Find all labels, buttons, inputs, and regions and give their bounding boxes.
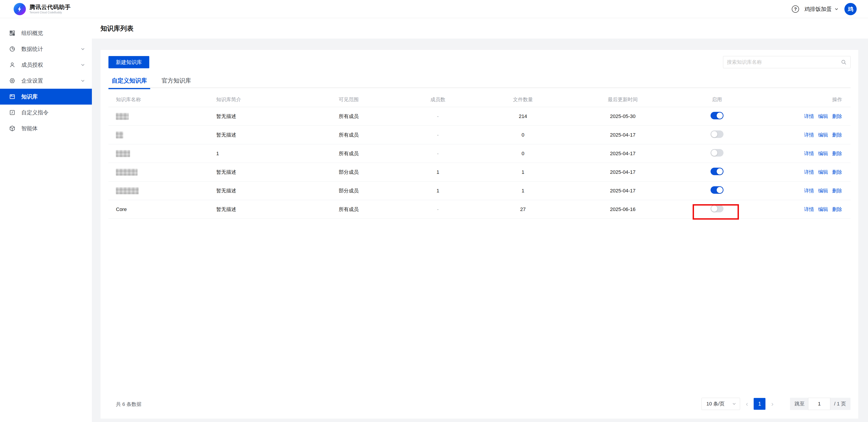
- tab-bar: 自定义知识库 官方知识库: [108, 77, 850, 88]
- kb-updated-cell: 2025-05-30: [590, 114, 656, 119]
- kb-name-cell: [108, 113, 209, 120]
- sidebar-item-org-overview[interactable]: 组织概览: [0, 25, 92, 41]
- kb-actions-cell: 详情编辑删除: [778, 150, 850, 157]
- kb-actions-cell: 详情编辑删除: [778, 187, 850, 194]
- chevron-down-icon: [80, 62, 86, 68]
- delete-link[interactable]: 删除: [832, 169, 842, 175]
- edit-link[interactable]: 编辑: [818, 169, 828, 175]
- detail-link[interactable]: 详情: [804, 114, 814, 119]
- enable-toggle[interactable]: [711, 149, 723, 156]
- new-knowledge-base-button[interactable]: 新建知识库: [108, 56, 149, 68]
- avatar[interactable]: 鸡: [844, 3, 857, 15]
- prev-page-button[interactable]: ‹: [740, 398, 754, 410]
- page-size-select[interactable]: 10 条/页: [702, 398, 740, 410]
- top-right-controls: ? 鸡排饭加蛋 鸡: [792, 0, 857, 18]
- sidebar-item-enterprise-settings[interactable]: 企业设置: [0, 73, 92, 89]
- kb-actions-cell: 详情编辑删除: [778, 113, 850, 120]
- delete-link[interactable]: 删除: [832, 114, 842, 119]
- search-box[interactable]: [723, 56, 850, 68]
- kb-members-cell: -: [420, 114, 456, 119]
- edit-link[interactable]: 编辑: [818, 207, 828, 212]
- column-header-enabled: 启用: [656, 96, 778, 103]
- edit-link[interactable]: 编辑: [818, 132, 828, 138]
- kb-files-cell: 214: [456, 114, 590, 119]
- delete-link[interactable]: 删除: [832, 132, 842, 138]
- lightning-bolt-icon: [16, 6, 23, 12]
- kb-name-cell: [108, 131, 209, 139]
- help-icon[interactable]: ?: [792, 5, 799, 13]
- sidebar-item-label: 自定义指令: [21, 109, 49, 116]
- enable-toggle[interactable]: [711, 168, 723, 175]
- tab-divider: [108, 88, 850, 88]
- settings-icon: [9, 78, 16, 84]
- user-icon: [9, 62, 16, 68]
- tab-custom-knowledge-base[interactable]: 自定义知识库: [108, 77, 150, 89]
- enable-toggle[interactable]: [711, 186, 723, 194]
- sidebar-item-custom-commands[interactable]: 自定义指令: [0, 104, 92, 120]
- delete-link[interactable]: 删除: [832, 207, 842, 212]
- chevron-down-icon: [80, 46, 86, 52]
- edit-link[interactable]: 编辑: [818, 114, 828, 119]
- user-menu[interactable]: 鸡排饭加蛋: [804, 5, 839, 13]
- delete-link[interactable]: 删除: [832, 188, 842, 193]
- sidebar-item-member-auth[interactable]: 成员授权: [0, 57, 92, 73]
- kb-updated-cell: 2025-04-17: [590, 169, 656, 175]
- current-page-button[interactable]: 1: [754, 398, 766, 410]
- kb-desc-cell: 暂无描述: [209, 206, 331, 213]
- toggle-knob: [717, 187, 723, 193]
- brand: 腾讯云代码助手 Tencent Cloud CodeBuddy: [13, 3, 71, 15]
- pie-chart-icon: [9, 46, 16, 52]
- detail-link[interactable]: 详情: [804, 207, 814, 212]
- detail-link[interactable]: 详情: [804, 132, 814, 138]
- tab-official-knowledge-base[interactable]: 官方知识库: [158, 77, 194, 89]
- total-pages: / 1 页: [834, 400, 846, 407]
- sidebar-item-data-stats[interactable]: 数据统计: [0, 41, 92, 57]
- kb-enabled-cell: [656, 205, 778, 214]
- sidebar-item-knowledge-base[interactable]: 知识库: [0, 89, 92, 104]
- detail-link[interactable]: 详情: [804, 188, 814, 193]
- knowledge-base-icon: [9, 93, 16, 100]
- edit-link[interactable]: 编辑: [818, 188, 828, 193]
- sidebar-item-label: 知识库: [21, 93, 38, 100]
- enable-toggle[interactable]: [711, 130, 723, 138]
- kb-updated-cell: 2025-04-17: [590, 151, 656, 156]
- detail-link[interactable]: 详情: [804, 169, 814, 175]
- delete-link[interactable]: 删除: [832, 151, 842, 156]
- grid-icon: [9, 30, 16, 36]
- enable-toggle[interactable]: [711, 112, 723, 119]
- kb-members-cell: 1: [420, 169, 456, 175]
- kb-members-cell: -: [420, 132, 456, 138]
- next-page-button[interactable]: ›: [766, 398, 779, 410]
- kb-updated-cell: 2025-04-17: [590, 188, 656, 194]
- enable-toggle-highlighted[interactable]: [711, 205, 723, 212]
- kb-files-cell: 0: [456, 151, 590, 156]
- sidebar-item-agents[interactable]: 智能体: [0, 120, 92, 137]
- kb-members-cell: 1: [420, 188, 456, 194]
- table-row: 暂无描述 部分成员 1 1 2025-04-17 详情编辑删除: [108, 181, 850, 200]
- kb-desc-cell: 暂无描述: [209, 169, 331, 176]
- brand-subtitle: Tencent Cloud CodeBuddy: [30, 11, 71, 14]
- codebuddy-logo-icon: [13, 3, 26, 15]
- app-root: 腾讯云代码助手 Tencent Cloud CodeBuddy ? 鸡排饭加蛋 …: [0, 0, 868, 422]
- chevron-down-icon: [834, 7, 839, 11]
- edit-link[interactable]: 编辑: [818, 151, 828, 156]
- chevron-down-icon: [732, 401, 737, 406]
- sidebar-item-label: 组织概览: [21, 30, 43, 37]
- kb-actions-cell: 详情编辑删除: [778, 131, 850, 139]
- kb-actions-cell: 详情编辑删除: [778, 169, 850, 176]
- kb-files-cell: 1: [456, 169, 590, 175]
- column-header-name: 知识库名称: [108, 96, 209, 103]
- toggle-knob: [717, 168, 723, 175]
- table-footer: 共 6 条数据 10 条/页 ‹ 1 › 跳至 / 1 页: [108, 398, 850, 410]
- jump-page-input[interactable]: [808, 398, 830, 410]
- kb-name-cell: [108, 169, 209, 176]
- detail-link[interactable]: 详情: [804, 151, 814, 156]
- search-input[interactable]: [727, 59, 841, 65]
- search-icon[interactable]: [841, 59, 847, 65]
- column-header-updated: 最后更新时间: [590, 96, 656, 103]
- brand-text: 腾讯云代码助手 Tencent Cloud CodeBuddy: [30, 4, 71, 14]
- redacted-name: [116, 169, 137, 176]
- total-count: 共 6 条数据: [116, 401, 141, 408]
- kb-desc-cell: 暂无描述: [209, 187, 331, 194]
- kb-name-cell: [108, 150, 209, 157]
